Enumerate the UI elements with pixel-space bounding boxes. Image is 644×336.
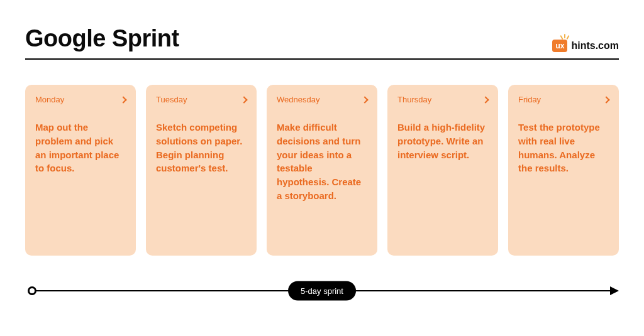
day-card-monday: Monday Map out the problem and pick an i… (25, 85, 136, 256)
brand-text: hints.com (571, 40, 619, 51)
day-label: Thursday (397, 95, 431, 104)
day-label: Tuesday (156, 95, 187, 104)
chevron-right-icon (119, 96, 126, 103)
header-divider (25, 58, 619, 60)
day-card-tuesday: Tuesday Sketch competing solutions on pa… (146, 85, 257, 256)
brand-logo: ux hints.com (552, 40, 619, 52)
day-description: Make difficult decisions and turn your i… (277, 121, 367, 203)
day-card-friday: Friday Test the prototype with real live… (508, 85, 619, 256)
timeline-label: 5-day sprint (288, 281, 356, 301)
timeline: 5-day sprint (25, 281, 619, 301)
sprint-cards-row: Monday Map out the problem and pick an i… (25, 85, 619, 256)
day-description: Build a high-fidelity prototype. Write a… (397, 121, 488, 161)
chevron-right-icon (240, 96, 247, 103)
brand-badge: ux (552, 40, 567, 52)
day-card-thursday: Thursday Build a high-fidelity prototype… (387, 85, 498, 256)
chevron-right-icon (602, 96, 609, 103)
day-label: Monday (35, 95, 64, 104)
chevron-right-icon (361, 96, 368, 103)
day-label: Friday (518, 95, 541, 104)
day-description: Test the prototype with real live humans… (518, 121, 609, 175)
page-title: Google Sprint (25, 25, 179, 52)
day-description: Map out the problem and pick an importan… (35, 121, 126, 175)
day-label: Wednesday (277, 95, 319, 104)
chevron-right-icon (482, 96, 489, 103)
timeline-start-icon (28, 286, 36, 295)
day-card-wednesday: Wednesday Make difficult decisions and t… (267, 85, 377, 256)
day-description: Sketch competing solutions on paper. Beg… (156, 121, 247, 175)
arrow-right-icon (610, 286, 619, 295)
spark-icon (561, 34, 570, 40)
